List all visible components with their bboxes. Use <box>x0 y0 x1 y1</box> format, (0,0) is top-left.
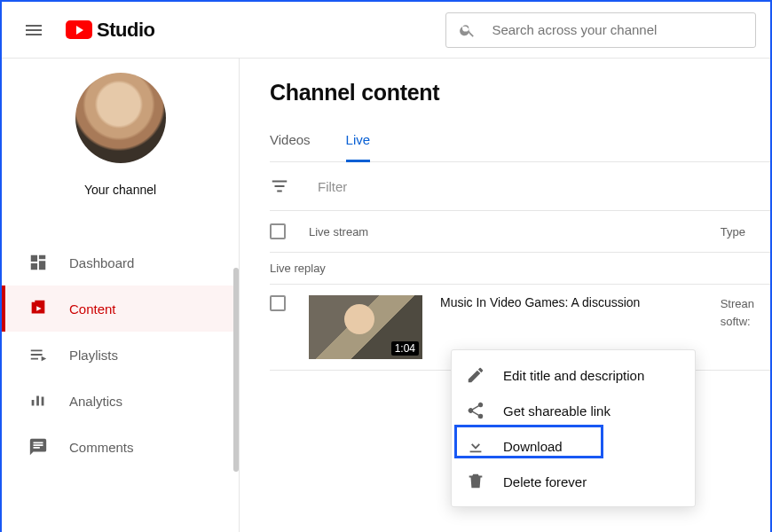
menu-item-share[interactable]: Get shareable link <box>452 393 695 428</box>
menu-item-edit[interactable]: Edit title and description <box>452 357 695 393</box>
youtube-play-icon <box>66 20 92 39</box>
content-tabs: Videos Live <box>270 132 770 162</box>
duration-badge: 1:04 <box>391 341 419 356</box>
playlist-icon <box>28 345 48 364</box>
sidebar-item-playlists[interactable]: Playlists <box>2 332 239 378</box>
thumb-figure <box>344 304 374 334</box>
sidebar-item-label: Comments <box>69 440 134 455</box>
pencil-icon <box>466 365 485 385</box>
column-type: Type <box>721 225 770 239</box>
context-menu: Edit title and description Get shareable… <box>451 349 696 507</box>
search-input[interactable] <box>492 22 743 37</box>
sidebar-item-label: Playlists <box>69 348 118 363</box>
video-thumbnail[interactable]: 1:04 <box>309 295 422 359</box>
download-icon <box>466 436 485 456</box>
sidebar-item-analytics[interactable]: Analytics <box>2 378 239 424</box>
menu-item-label: Download <box>503 439 563 454</box>
row-checkbox[interactable] <box>270 295 286 311</box>
menu-item-label: Get shareable link <box>503 403 611 419</box>
sidebar: Your channel Dashboard Content Playlists… <box>2 59 240 532</box>
channel-avatar[interactable] <box>75 73 166 163</box>
menu-toggle-button[interactable] <box>16 12 51 48</box>
share-icon <box>466 401 485 420</box>
sidebar-item-label: Dashboard <box>69 255 134 270</box>
group-live-replay: Live replay <box>270 252 770 284</box>
menu-item-download[interactable]: Download <box>452 428 695 464</box>
table-header: Live stream Type <box>270 211 770 252</box>
video-title[interactable]: Music In Video Games: A discussion <box>440 295 640 309</box>
dashboard-icon <box>28 253 48 272</box>
page-title: Channel content <box>270 80 770 106</box>
type-line: Strean <box>721 295 754 313</box>
search-icon <box>459 20 476 40</box>
studio-logo[interactable]: Studio <box>66 19 154 42</box>
trash-icon <box>466 472 485 491</box>
comments-icon <box>28 437 48 457</box>
header-bar: Studio <box>2 2 770 59</box>
tab-live[interactable]: Live <box>346 132 371 162</box>
search-box[interactable] <box>445 12 756 48</box>
filter-icon <box>270 176 289 196</box>
sidebar-item-dashboard[interactable]: Dashboard <box>2 239 239 286</box>
analytics-icon <box>28 391 48 411</box>
sidebar-item-comments[interactable]: Comments <box>2 424 239 470</box>
menu-item-delete[interactable]: Delete forever <box>452 464 695 499</box>
menu-item-label: Delete forever <box>503 474 587 489</box>
tab-videos[interactable]: Videos <box>270 132 311 161</box>
column-live-stream: Live stream <box>309 225 368 239</box>
select-all-checkbox[interactable] <box>270 223 286 239</box>
logo-text: Studio <box>97 19 154 42</box>
type-line: softw: <box>721 313 754 331</box>
hamburger-icon <box>23 20 44 41</box>
filter-placeholder: Filter <box>318 179 347 194</box>
sidebar-nav: Dashboard Content Playlists Analytics Co… <box>2 239 239 470</box>
scrollbar-thumb[interactable] <box>233 268 239 472</box>
row-type-cell: Strean softw: <box>721 295 770 330</box>
channel-label: Your channel <box>2 183 239 197</box>
content-icon <box>28 299 48 318</box>
sidebar-item-label: Content <box>69 301 116 317</box>
filter-bar[interactable]: Filter <box>270 162 770 211</box>
menu-item-label: Edit title and description <box>503 368 644 383</box>
sidebar-item-label: Analytics <box>69 394 122 409</box>
sidebar-item-content[interactable]: Content <box>2 286 239 332</box>
